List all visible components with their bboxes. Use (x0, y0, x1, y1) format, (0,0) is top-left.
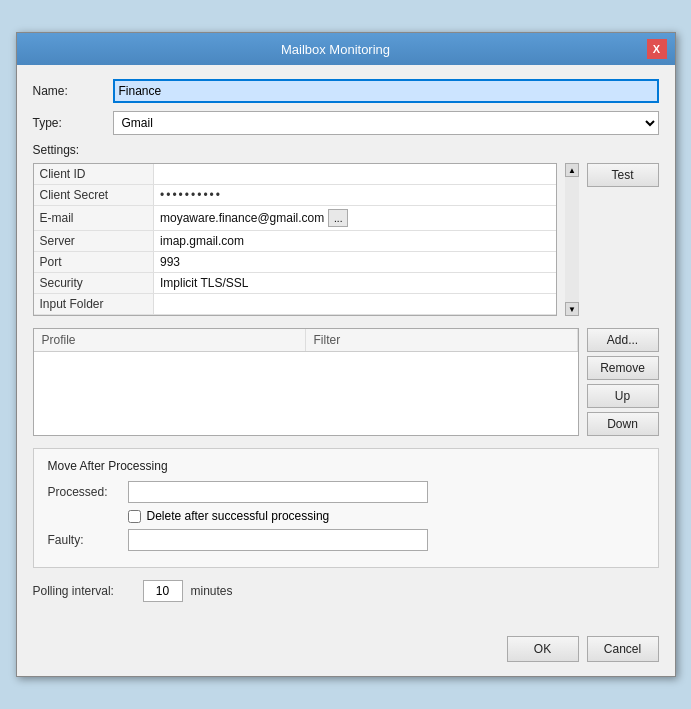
setting-row-email: E-mail moyaware.finance@gmail.com ... (34, 206, 556, 231)
move-after-title: Move After Processing (48, 459, 644, 473)
profiles-side-buttons: Add... Remove Up Down (587, 328, 659, 436)
setting-value-inputfolder (154, 294, 556, 315)
add-button[interactable]: Add... (587, 328, 659, 352)
scroll-track (565, 177, 579, 302)
delete-checkbox-label: Delete after successful processing (147, 509, 330, 523)
setting-row-security: Security Implicit TLS/SSL (34, 273, 556, 294)
setting-row-server: Server imap.gmail.com (34, 231, 556, 252)
setting-value-server: imap.gmail.com (154, 231, 556, 252)
dialog-footer: OK Cancel (17, 628, 675, 676)
faulty-input[interactable] (128, 529, 428, 551)
settings-label: Settings: (33, 143, 659, 157)
test-button[interactable]: Test (587, 163, 659, 187)
type-select[interactable]: Gmail IMAP POP3 Exchange (113, 111, 659, 135)
name-label: Name: (33, 84, 113, 98)
polling-label: Polling interval: (33, 584, 143, 598)
setting-key-email: E-mail (34, 206, 154, 231)
settings-table: Client ID Client Secret •••••••••• E-mai… (34, 164, 556, 315)
setting-value-clientsecret: •••••••••• (154, 185, 556, 206)
settings-side-buttons: Test (587, 163, 659, 316)
move-after-section: Move After Processing Processed: Delete … (33, 448, 659, 568)
close-button[interactable]: X (647, 39, 667, 59)
processed-label: Processed: (48, 485, 128, 499)
settings-table-wrapper: Client ID Client Secret •••••••••• E-mai… (33, 163, 557, 316)
profiles-col-profile: Profile (34, 329, 306, 351)
setting-row-port: Port 993 (34, 252, 556, 273)
email-browse-button[interactable]: ... (328, 209, 348, 227)
scroll-up-arrow[interactable]: ▲ (565, 163, 579, 177)
polling-input[interactable] (143, 580, 183, 602)
up-button[interactable]: Up (587, 384, 659, 408)
name-input[interactable] (113, 79, 659, 103)
setting-value-email: moyaware.finance@gmail.com ... (154, 206, 556, 231)
setting-key-security: Security (34, 273, 154, 294)
processed-row: Processed: (48, 481, 644, 503)
setting-row-inputfolder: Input Folder (34, 294, 556, 315)
setting-key-server: Server (34, 231, 154, 252)
cancel-button[interactable]: Cancel (587, 636, 659, 662)
delete-checkbox[interactable] (128, 510, 141, 523)
profiles-col-filter: Filter (306, 329, 578, 351)
settings-scrollbar: ▲ ▼ (565, 163, 579, 316)
settings-container: Client ID Client Secret •••••••••• E-mai… (33, 163, 659, 316)
type-label: Type: (33, 116, 113, 130)
faulty-row: Faulty: (48, 529, 644, 551)
profiles-table-wrapper: Profile Filter (33, 328, 579, 436)
email-cell: moyaware.finance@gmail.com ... (160, 209, 550, 227)
profiles-container: Profile Filter Add... Remove Up Down (33, 328, 659, 436)
setting-value-security: Implicit TLS/SSL (154, 273, 556, 294)
polling-unit: minutes (191, 584, 233, 598)
setting-value-port: 993 (154, 252, 556, 273)
faulty-label: Faulty: (48, 533, 128, 547)
setting-key-inputfolder: Input Folder (34, 294, 154, 315)
setting-value-clientid (154, 164, 556, 185)
setting-row-clientsecret: Client Secret •••••••••• (34, 185, 556, 206)
ok-button[interactable]: OK (507, 636, 579, 662)
title-bar: Mailbox Monitoring X (17, 33, 675, 65)
processed-input[interactable] (128, 481, 428, 503)
scroll-down-arrow[interactable]: ▼ (565, 302, 579, 316)
remove-button[interactable]: Remove (587, 356, 659, 380)
email-address: moyaware.finance@gmail.com (160, 211, 324, 225)
setting-row-clientid: Client ID (34, 164, 556, 185)
dialog-title: Mailbox Monitoring (25, 42, 647, 57)
dialog-body: Name: Type: Gmail IMAP POP3 Exchange Set… (17, 65, 675, 628)
setting-key-port: Port (34, 252, 154, 273)
mailbox-monitoring-dialog: Mailbox Monitoring X Name: Type: Gmail I… (16, 32, 676, 677)
name-row: Name: (33, 79, 659, 103)
down-button[interactable]: Down (587, 412, 659, 436)
type-row: Type: Gmail IMAP POP3 Exchange (33, 111, 659, 135)
profiles-header: Profile Filter (34, 329, 578, 352)
delete-checkbox-row: Delete after successful processing (128, 509, 644, 523)
profiles-body (34, 352, 578, 432)
polling-row: Polling interval: minutes (33, 580, 659, 602)
setting-key-clientid: Client ID (34, 164, 154, 185)
setting-key-clientsecret: Client Secret (34, 185, 154, 206)
